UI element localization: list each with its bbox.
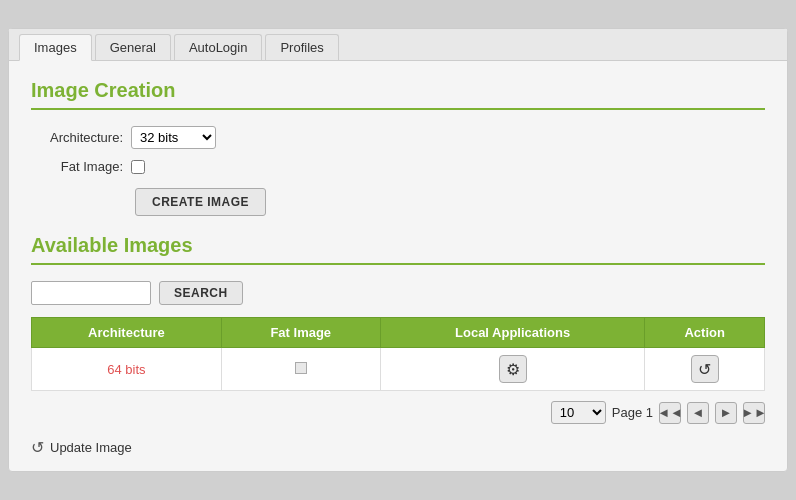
- image-creation-title: Image Creation: [31, 79, 765, 102]
- main-container: Images General AutoLogin Profiles Image …: [8, 28, 788, 472]
- search-input[interactable]: [31, 281, 151, 305]
- section-divider-2: [31, 263, 765, 265]
- action-refresh-button[interactable]: ↺: [691, 355, 719, 383]
- images-table: Architecture Fat Image Local Application…: [31, 317, 765, 391]
- col-action: Action: [645, 318, 765, 348]
- pagination-last-button[interactable]: ►►: [743, 402, 765, 424]
- architecture-select[interactable]: 32 bits 64 bits: [131, 126, 216, 149]
- update-image-icon: ↺: [31, 438, 44, 457]
- fat-image-indicator: [295, 362, 307, 374]
- table-row: 64 bits ⚙ ↺: [32, 348, 765, 391]
- tab-images[interactable]: Images: [19, 34, 92, 61]
- available-images-title: Available Images: [31, 234, 765, 257]
- section-divider-1: [31, 108, 765, 110]
- fat-image-label: Fat Image:: [31, 159, 131, 174]
- update-image-row: ↺ Update Image: [31, 438, 765, 457]
- update-image-link[interactable]: Update Image: [50, 440, 132, 455]
- search-button[interactable]: SEARCH: [159, 281, 243, 305]
- pagination-row: 10 25 50 Page 1 ◄◄ ◄ ► ►►: [31, 401, 765, 424]
- tab-autologin[interactable]: AutoLogin: [174, 34, 263, 60]
- per-page-select[interactable]: 10 25 50: [551, 401, 606, 424]
- tab-profiles[interactable]: Profiles: [265, 34, 338, 60]
- page-label: Page 1: [612, 405, 653, 420]
- cell-action: ↺: [645, 348, 765, 391]
- content-area: Image Creation Architecture: 32 bits 64 …: [9, 61, 787, 471]
- architecture-label: Architecture:: [31, 130, 131, 145]
- cell-fat-image: [221, 348, 380, 391]
- cell-local-apps: ⚙: [380, 348, 645, 391]
- col-architecture: Architecture: [32, 318, 222, 348]
- create-image-button[interactable]: CREATE IMAGE: [135, 188, 266, 216]
- search-row: SEARCH: [31, 281, 765, 305]
- architecture-row: Architecture: 32 bits 64 bits: [31, 126, 765, 149]
- tabs-bar: Images General AutoLogin Profiles: [9, 29, 787, 61]
- local-apps-icon-button[interactable]: ⚙: [499, 355, 527, 383]
- tab-general[interactable]: General: [95, 34, 171, 60]
- fat-image-checkbox[interactable]: [131, 160, 145, 174]
- pagination-prev-button[interactable]: ◄: [687, 402, 709, 424]
- fat-image-row: Fat Image:: [31, 159, 765, 174]
- cell-architecture: 64 bits: [32, 348, 222, 391]
- table-body: 64 bits ⚙ ↺: [32, 348, 765, 391]
- col-fat-image: Fat Image: [221, 318, 380, 348]
- pagination-next-button[interactable]: ►: [715, 402, 737, 424]
- col-local-apps: Local Applications: [380, 318, 645, 348]
- table-header: Architecture Fat Image Local Application…: [32, 318, 765, 348]
- pagination-first-button[interactable]: ◄◄: [659, 402, 681, 424]
